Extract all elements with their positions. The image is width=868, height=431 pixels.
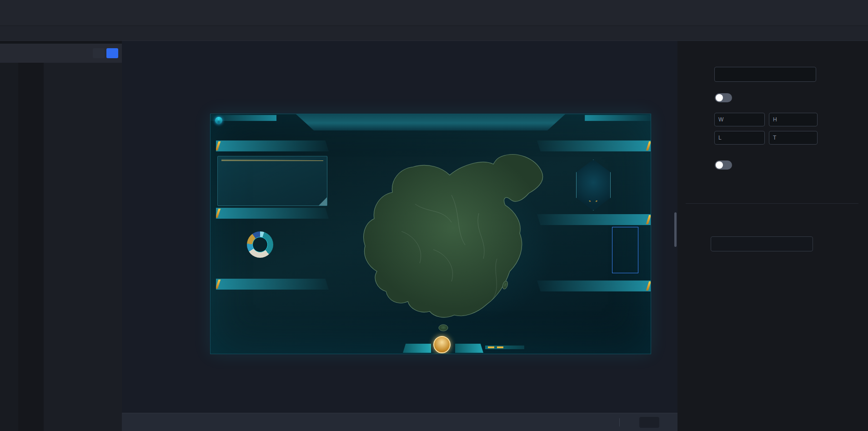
list-view-icon (96, 50, 102, 56)
blend-label (689, 240, 697, 246)
height-auto-toggle[interactable] (715, 160, 732, 170)
footer-decoration (485, 346, 524, 349)
ranking-header (537, 214, 651, 225)
footer-badge-right (455, 344, 483, 353)
component-grid (44, 63, 122, 431)
name-input[interactable] (714, 67, 816, 82)
home-badge-icon (438, 341, 446, 348)
footer-home-badge (433, 336, 451, 353)
dashboard-corner-logo (644, 116, 645, 123)
chevron-right-icon (693, 209, 698, 215)
subcategory-list (18, 63, 44, 431)
component-library (0, 63, 122, 431)
layers-badge-icon (257, 241, 263, 248)
grid-view-icon (110, 50, 115, 56)
select-chevron-icon (802, 241, 808, 247)
footer-badge-left (403, 344, 431, 353)
library-grid-icon (5, 50, 12, 56)
app-root: 〝〞 (0, 0, 868, 431)
company-size-badge: 〝〞 (576, 160, 611, 210)
height-input[interactable]: H (769, 113, 818, 126)
inspector-panel: W H L T (677, 41, 868, 431)
personnel-donut-chart (247, 231, 273, 258)
component-library-header (0, 44, 122, 63)
list-view-button[interactable] (93, 48, 105, 58)
logo-mark-icon (215, 117, 222, 124)
category-rail (0, 63, 18, 431)
left-input[interactable]: L (714, 131, 765, 145)
view-toggle (93, 48, 118, 58)
dashboard-preview[interactable]: 〝〞 (210, 114, 651, 354)
company-size-header (537, 140, 651, 151)
zoom-in-icon[interactable] (665, 418, 673, 426)
business-section-header (216, 279, 329, 290)
section-background[interactable] (693, 209, 702, 215)
sector-bar-chart (537, 293, 651, 350)
dashboard-logo (215, 117, 224, 124)
left-panel-tabs (0, 26, 122, 41)
zoom-out-icon[interactable] (626, 418, 633, 426)
shield-check-icon (586, 177, 601, 193)
info-icon (691, 240, 697, 246)
laurel-decoration: 〝〞 (587, 200, 600, 205)
zoom-level[interactable] (639, 417, 659, 428)
top-input[interactable]: T (769, 131, 818, 145)
section-filter[interactable] (693, 224, 702, 230)
unlock-icon[interactable] (606, 418, 613, 426)
inspector-divider (686, 203, 858, 204)
vertical-ruler (122, 41, 131, 413)
company-profile-panel (217, 156, 327, 206)
horizontal-ruler (132, 26, 677, 41)
outline-icon[interactable] (592, 418, 600, 426)
help-icon[interactable] (18, 50, 25, 57)
eye-icon[interactable] (120, 29, 128, 37)
home-icon[interactable] (6, 7, 17, 18)
company-name (221, 159, 323, 161)
personnel-section-header (216, 208, 329, 219)
canvas-toolbar (122, 413, 677, 431)
selection-box[interactable] (612, 227, 638, 273)
inspector-tabs (677, 26, 868, 41)
company-size-block: 〝〞 (537, 158, 651, 213)
hide-toggle[interactable] (715, 93, 732, 102)
canvas-scrollbar[interactable] (674, 212, 677, 247)
grid-view-button[interactable] (106, 48, 118, 58)
dashboard-header-band (211, 114, 651, 133)
sectors-header (537, 281, 651, 291)
blend-select[interactable] (711, 236, 813, 251)
chevron-down-icon (693, 224, 698, 230)
top-bar (0, 0, 868, 26)
toolbar-divider (619, 418, 620, 426)
width-input[interactable]: W (714, 113, 765, 126)
second-row (0, 26, 868, 41)
business-bar-chart (221, 291, 331, 340)
profile-section-header (216, 140, 329, 151)
editor-canvas[interactable]: 〝〞 (122, 41, 677, 431)
